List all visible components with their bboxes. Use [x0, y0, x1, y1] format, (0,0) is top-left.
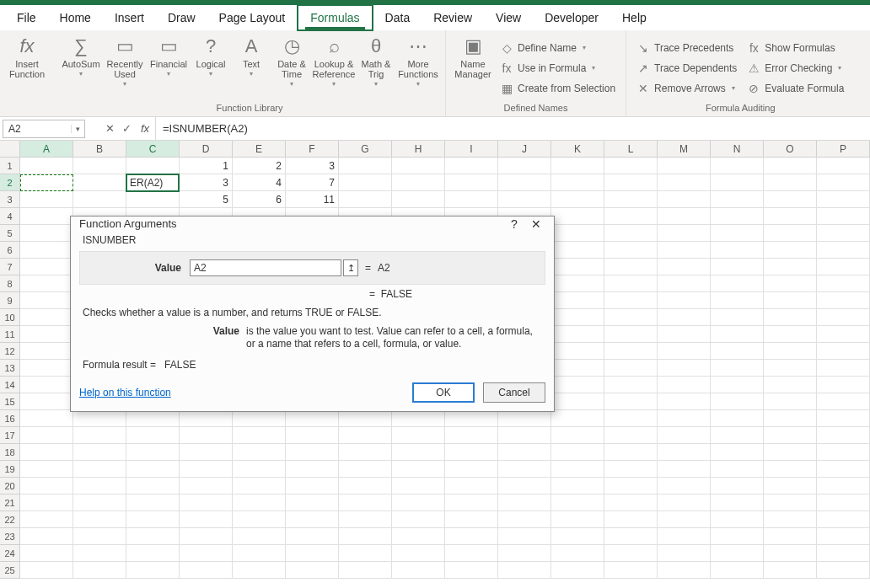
cell-O20[interactable] [764, 478, 817, 494]
cell-A5[interactable] [20, 225, 73, 242]
cell-J21[interactable] [498, 494, 551, 511]
cell-K25[interactable] [551, 562, 604, 579]
cell-P10[interactable] [817, 309, 870, 326]
cell-N15[interactable] [711, 393, 764, 410]
cell-D16[interactable] [180, 410, 233, 427]
cell-H24[interactable] [392, 545, 445, 562]
cell-D18[interactable] [180, 444, 233, 461]
cell-G19[interactable] [339, 461, 392, 478]
cell-O22[interactable] [764, 511, 817, 528]
cell-O5[interactable] [764, 225, 817, 242]
cell-C21[interactable] [126, 494, 180, 511]
cell-A11[interactable] [20, 326, 73, 343]
cell-M25[interactable] [658, 562, 711, 579]
menu-review[interactable]: Review [422, 6, 484, 29]
cell-C23[interactable] [126, 528, 180, 545]
cell-K21[interactable] [551, 494, 604, 511]
cell-P9[interactable] [817, 292, 870, 309]
cell-D20[interactable] [180, 478, 233, 494]
logical-button[interactable]: ? Logical ▾ [191, 32, 231, 100]
cell-M12[interactable] [658, 343, 711, 360]
cell-P23[interactable] [817, 528, 870, 545]
cell-P20[interactable] [817, 478, 870, 494]
cell-B16[interactable] [73, 410, 126, 427]
cell-M17[interactable] [658, 427, 711, 444]
cell-K1[interactable] [551, 158, 604, 174]
cell-K8[interactable] [551, 275, 604, 292]
cell-N12[interactable] [711, 343, 764, 360]
cell-A4[interactable] [20, 208, 73, 225]
cell-A22[interactable] [20, 511, 73, 528]
row-header-13[interactable]: 13 [0, 360, 20, 377]
cell-G17[interactable] [339, 427, 392, 444]
row-header-12[interactable]: 12 [0, 343, 20, 360]
cell-L7[interactable] [604, 259, 658, 275]
cell-E19[interactable] [233, 461, 286, 478]
cell-M2[interactable] [658, 174, 711, 191]
cell-F23[interactable] [286, 528, 339, 545]
cell-O24[interactable] [764, 545, 817, 562]
cell-F2[interactable]: 7 [286, 174, 339, 191]
cell-B21[interactable] [73, 494, 126, 511]
cell-L10[interactable] [604, 309, 658, 326]
trace-dependents-button[interactable]: ↗Trace Dependents [636, 59, 737, 78]
cell-N13[interactable] [711, 360, 764, 377]
cell-K9[interactable] [551, 292, 604, 309]
cell-C25[interactable] [126, 562, 180, 579]
row-header-22[interactable]: 22 [0, 511, 20, 528]
cell-N14[interactable] [711, 377, 764, 393]
cell-A18[interactable] [20, 444, 73, 461]
cell-D24[interactable] [180, 545, 233, 562]
cell-E3[interactable]: 6 [233, 191, 286, 208]
cell-K13[interactable] [551, 360, 604, 377]
cell-F21[interactable] [286, 494, 339, 511]
cell-E20[interactable] [233, 478, 286, 494]
dialog-close-button[interactable]: ✕ [525, 217, 547, 231]
cell-P3[interactable] [817, 191, 870, 208]
cell-H19[interactable] [392, 461, 445, 478]
row-header-5[interactable]: 5 [0, 225, 20, 242]
ok-button[interactable]: OK [412, 382, 475, 403]
cell-P8[interactable] [817, 275, 870, 292]
cell-E24[interactable] [233, 545, 286, 562]
cell-L21[interactable] [604, 494, 658, 511]
cell-G21[interactable] [339, 494, 392, 511]
cell-O10[interactable] [764, 309, 817, 326]
cell-H22[interactable] [392, 511, 445, 528]
dialog-titlebar[interactable]: Function Arguments ? ✕ [71, 216, 554, 231]
cell-A7[interactable] [20, 259, 73, 275]
cell-N19[interactable] [711, 461, 764, 478]
column-header-D[interactable]: D [180, 141, 233, 157]
cell-D23[interactable] [180, 528, 233, 545]
row-header-1[interactable]: 1 [0, 158, 20, 174]
row-header-20[interactable]: 20 [0, 478, 20, 494]
cell-K18[interactable] [551, 444, 604, 461]
recently-used-button[interactable]: ▭ Recently Used ▾ [103, 32, 147, 100]
remove-arrows-button[interactable]: ✕Remove Arrows▾ [636, 79, 737, 98]
cell-J19[interactable] [498, 461, 551, 478]
menu-file[interactable]: File [5, 6, 48, 29]
cell-H25[interactable] [392, 562, 445, 579]
cell-A2[interactable] [20, 174, 73, 191]
cell-B18[interactable] [73, 444, 126, 461]
cell-K4[interactable] [551, 208, 604, 225]
cell-M11[interactable] [658, 326, 711, 343]
cell-A12[interactable] [20, 343, 73, 360]
cell-O21[interactable] [764, 494, 817, 511]
cell-N16[interactable] [711, 410, 764, 427]
cell-B3[interactable] [73, 191, 126, 208]
cell-K6[interactable] [551, 242, 604, 259]
cell-L23[interactable] [604, 528, 658, 545]
cell-L14[interactable] [604, 377, 658, 393]
use-in-formula-button[interactable]: fxUse in Formula▾ [500, 59, 615, 78]
cell-A13[interactable] [20, 360, 73, 377]
show-formulas-button[interactable]: fxShow Formulas [747, 39, 844, 57]
column-header-A[interactable]: A [20, 141, 73, 157]
menu-help[interactable]: Help [610, 6, 658, 29]
menu-formulas[interactable]: Formulas [297, 4, 373, 31]
cell-M7[interactable] [658, 259, 711, 275]
cell-O9[interactable] [764, 292, 817, 309]
text-button[interactable]: A Text ▾ [231, 32, 271, 100]
cell-E21[interactable] [233, 494, 286, 511]
cell-A23[interactable] [20, 528, 73, 545]
